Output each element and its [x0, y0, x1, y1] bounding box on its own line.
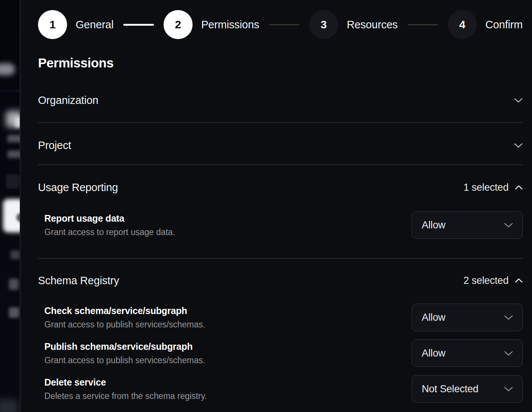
chevron-down-icon: [514, 98, 523, 103]
section-title: Schema Registry: [38, 275, 119, 287]
section-header-organization[interactable]: Organization: [38, 93, 523, 108]
step-number-badge: 4: [448, 10, 477, 39]
permission-text: Report usage data Grant access to report…: [44, 213, 175, 237]
step-number-badge: 3: [309, 10, 338, 39]
permission-row-publish-schema: Publish schema/service/subgraph Grant ac…: [38, 339, 523, 367]
section-header-right: 1 selected: [463, 182, 523, 193]
stepper-connector-upcoming: [269, 24, 300, 25]
blurred-heading-glyph: [15, 117, 20, 127]
section-divider: [38, 122, 523, 123]
permission-text: Publish schema/service/subgraph Grant ac…: [44, 341, 205, 365]
blurred-text-line: [7, 150, 20, 158]
selected-count-badge: 1 selected: [463, 182, 509, 193]
stepper-connector-upcoming: [408, 24, 438, 25]
step-label: General: [76, 19, 114, 31]
step-confirm[interactable]: 4 Confirm: [448, 10, 523, 39]
permission-list: Check schema/service/subgraph Grant acce…: [38, 303, 523, 403]
selected-count-badge: 2 selected: [463, 275, 509, 286]
step-label: Confirm: [485, 19, 523, 31]
section-header-project[interactable]: Project: [38, 138, 523, 153]
step-label: Resources: [347, 19, 398, 31]
step-number-badge: 2: [164, 10, 193, 39]
chevron-down-icon: [504, 351, 513, 356]
section-organization: Organization: [38, 93, 523, 123]
step-label: Permissions: [201, 19, 259, 31]
section-header-schema-registry[interactable]: Schema Registry 2 selected: [38, 273, 523, 288]
permission-title: Publish schema/service/subgraph: [44, 341, 205, 352]
permission-text: Check schema/service/subgraph Grant acce…: [44, 305, 205, 330]
select-value: Not Selected: [422, 383, 478, 395]
permission-title: Report usage data: [44, 213, 175, 224]
chevron-down-icon: [514, 143, 523, 148]
blurred-nav-item: [9, 279, 19, 290]
chevron-down-icon: [504, 315, 513, 320]
stepper-connector-complete: [123, 24, 154, 26]
permission-description: Grant access to publish services/schemas…: [44, 355, 205, 365]
permission-select[interactable]: Allow: [412, 339, 523, 367]
wizard-stepper: 1 General 2 Permissions 3 Resources 4 Co…: [38, 10, 523, 39]
blurred-nav-item: [10, 250, 20, 259]
permission-row-delete-service: Delete service Deletes a service from th…: [38, 375, 523, 403]
section-usage-reporting: Usage Reporting 1 selected Report usage …: [38, 180, 523, 259]
section-title: Project: [38, 139, 71, 152]
section-schema-registry: Schema Registry 2 selected Check schema/…: [38, 273, 523, 403]
blurred-divider: [0, 91, 20, 91]
section-project: Project: [38, 138, 523, 165]
permission-row-report-usage-data: Report usage data Grant access to report…: [38, 211, 523, 239]
permission-title: Delete service: [44, 377, 207, 388]
page-title: Permissions: [38, 56, 523, 70]
permission-description: Deletes a service from the schema regist…: [44, 391, 207, 401]
section-header-right: 2 selected: [463, 275, 523, 286]
blurred-icon-tile: [6, 174, 19, 188]
permission-row-check-schema: Check schema/service/subgraph Grant acce…: [38, 303, 523, 332]
section-title: Organization: [38, 94, 98, 107]
chevron-down-icon: [504, 387, 513, 392]
permission-select[interactable]: Allow: [412, 211, 523, 239]
permission-description: Grant access to report usage data.: [44, 227, 175, 237]
access-token-wizard: { "colors": { "background": "#0c0d10", "…: [0, 0, 532, 412]
section-title: Usage Reporting: [38, 181, 118, 194]
permission-select[interactable]: Not Selected: [412, 375, 523, 403]
select-value: Allow: [422, 348, 446, 359]
blurred-button: [0, 63, 15, 75]
permission-description: Grant access to publish services/schemas…: [44, 320, 205, 330]
permission-text: Delete service Deletes a service from th…: [44, 377, 207, 401]
permission-title: Check schema/service/subgraph: [44, 305, 205, 316]
background-page-blurred: [0, 0, 20, 412]
blurred-text-line: [7, 135, 20, 142]
section-divider: [38, 258, 523, 259]
step-general[interactable]: 1 General: [38, 10, 114, 39]
section-divider: [38, 164, 523, 165]
chevron-up-icon: [515, 278, 523, 283]
chevron-up-icon: [515, 185, 523, 190]
permissions-wizard-panel: 1 General 2 Permissions 3 Resources 4 Co…: [21, 0, 532, 412]
select-value: Allow: [422, 312, 446, 323]
blurred-nav-item: [9, 307, 19, 318]
permission-list: Report usage data Grant access to report…: [38, 211, 523, 239]
chevron-down-icon: [504, 223, 513, 228]
select-value: Allow: [422, 219, 446, 231]
step-permissions[interactable]: 2 Permissions: [164, 10, 259, 39]
step-resources[interactable]: 3 Resources: [309, 10, 398, 39]
permission-select[interactable]: Allow: [412, 304, 523, 331]
section-header-usage-reporting[interactable]: Usage Reporting 1 selected: [38, 180, 523, 195]
step-number-badge: 1: [38, 10, 67, 39]
blurred-footer-glow: [0, 399, 19, 412]
